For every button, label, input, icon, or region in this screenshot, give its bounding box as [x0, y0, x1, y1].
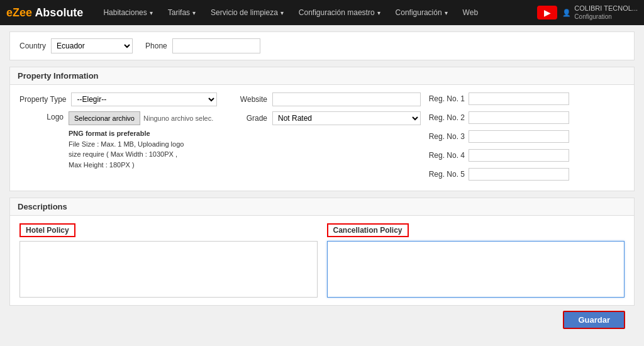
select-file-button[interactable]: Seleccionar archivo — [69, 111, 140, 125]
reg-input-1[interactable] — [469, 92, 569, 105]
reg-row-1: Reg. No. 1 — [427, 92, 625, 105]
phone-form-row: Phone — [145, 38, 260, 53]
youtube-icon[interactable]: ▶ — [537, 6, 557, 20]
country-row: Country Ecuador Phone — [9, 31, 635, 60]
grade-label: Grade — [223, 114, 267, 123]
reg-row-5: Reg. No. 5 — [427, 168, 625, 181]
reg-label-5: Reg. No. 5 — [427, 170, 465, 179]
website-row: Website — [223, 92, 421, 106]
property-type-row: Property Type --Elegir-- Hotel Hostel Re… — [19, 92, 217, 106]
hotel-policy-col: Hotel Policy — [19, 223, 318, 298]
user-icon: 👤 — [562, 9, 571, 17]
reg-input-3[interactable] — [469, 130, 569, 143]
logo-label: Logo — [19, 113, 64, 121]
chevron-down-icon: ▾ — [445, 9, 448, 16]
chevron-down-icon: ▾ — [280, 9, 284, 16]
navbar: eZee Absolute Habitaciones ▾ Tarifas ▾ S… — [0, 0, 644, 25]
reg-row-3: Reg. No. 3 — [427, 130, 625, 143]
reg-input-5[interactable] — [469, 168, 569, 181]
nav-servicio-limpieza[interactable]: Servicio de limpieza ▾ — [203, 0, 291, 25]
property-info-body: Property Type --Elegir-- Hotel Hostel Re… — [10, 85, 634, 191]
website-input[interactable] — [272, 92, 421, 106]
property-information-section: Property Information Property Type --Ele… — [9, 67, 635, 191]
logo-row: Logo Seleccionar archivo Ninguno archivo… — [19, 111, 217, 170]
reg-label-3: Reg. No. 3 — [427, 132, 465, 141]
save-row: Guardar — [9, 306, 635, 334]
app-brand: eZee Absolute — [6, 6, 83, 20]
reg-label-1: Reg. No. 1 — [427, 94, 465, 103]
reg-label-2: Reg. No. 2 — [427, 113, 465, 122]
phone-label: Phone — [145, 42, 167, 50]
cancellation-policy-col: Cancellation Policy — [327, 223, 625, 298]
chevron-down-icon: ▾ — [192, 9, 196, 16]
cancellation-policy-label: Cancellation Policy — [327, 223, 409, 237]
reg-input-4[interactable] — [469, 149, 569, 162]
country-select[interactable]: Ecuador — [51, 38, 133, 53]
website-label: Website — [223, 95, 267, 104]
nav-items: Habitaciones ▾ Tarifas ▾ Servicio de lim… — [96, 0, 532, 25]
reg-input-2[interactable] — [469, 111, 569, 124]
phone-input[interactable] — [172, 38, 260, 53]
property-type-select[interactable]: --Elegir-- Hotel Hostel Resort — [71, 92, 217, 106]
hotel-policy-textarea[interactable] — [19, 241, 318, 298]
logo-upload-area: Seleccionar archivo Ninguno archivo sele… — [69, 111, 213, 170]
reg-row-2: Reg. No. 2 — [427, 111, 625, 124]
descriptions-section: Descriptions Hotel Policy Cancellation P… — [9, 198, 635, 306]
property-info-header: Property Information — [10, 67, 634, 85]
hotel-policy-label: Hotel Policy — [19, 223, 75, 237]
save-button[interactable]: Guardar — [563, 311, 625, 329]
brand-prefix: eZee — [6, 6, 32, 19]
prop-col-1: Property Type --Elegir-- Hotel Hostel Re… — [19, 92, 217, 170]
main-content: Country Ecuador Phone Property Informati… — [0, 25, 644, 340]
cancellation-policy-textarea[interactable] — [327, 241, 625, 298]
no-file-text: Ninguno archivo selec. — [143, 114, 213, 122]
chevron-down-icon: ▾ — [150, 9, 153, 16]
nav-configuracion-maestro[interactable]: Configuración maestro ▾ — [291, 0, 388, 25]
descriptions-body: Hotel Policy Cancellation Policy — [10, 216, 634, 305]
country-form-row: Country Ecuador — [19, 38, 133, 53]
nav-configuracion[interactable]: Configuración ▾ — [388, 0, 455, 25]
user-menu[interactable]: 👤 COLIBRI TECNOL... Configuration — [562, 4, 638, 20]
prop-col-2: Website Grade Not Rated 1 Star 2 Stars 3… — [223, 92, 421, 125]
chevron-down-icon: ▾ — [377, 9, 380, 16]
descriptions-grid: Hotel Policy Cancellation Policy — [19, 223, 625, 298]
country-label: Country — [19, 42, 46, 50]
nav-habitaciones[interactable]: Habitaciones ▾ — [96, 0, 160, 25]
reg-row-4: Reg. No. 4 — [427, 149, 625, 162]
reg-label-4: Reg. No. 4 — [427, 151, 465, 160]
grade-row: Grade Not Rated 1 Star 2 Stars 3 Stars 4… — [223, 111, 421, 125]
nav-web[interactable]: Web — [455, 0, 486, 25]
reg-numbers-col: Reg. No. 1Reg. No. 2Reg. No. 3Reg. No. 4… — [427, 92, 625, 183]
nav-tarifas[interactable]: Tarifas ▾ — [160, 0, 203, 25]
grade-select[interactable]: Not Rated 1 Star 2 Stars 3 Stars 4 Stars… — [272, 111, 421, 125]
property-type-label: Property Type — [19, 95, 66, 104]
descriptions-header: Descriptions — [10, 198, 634, 216]
logo-hint: PNG format is preferable File Size : Max… — [69, 128, 213, 170]
